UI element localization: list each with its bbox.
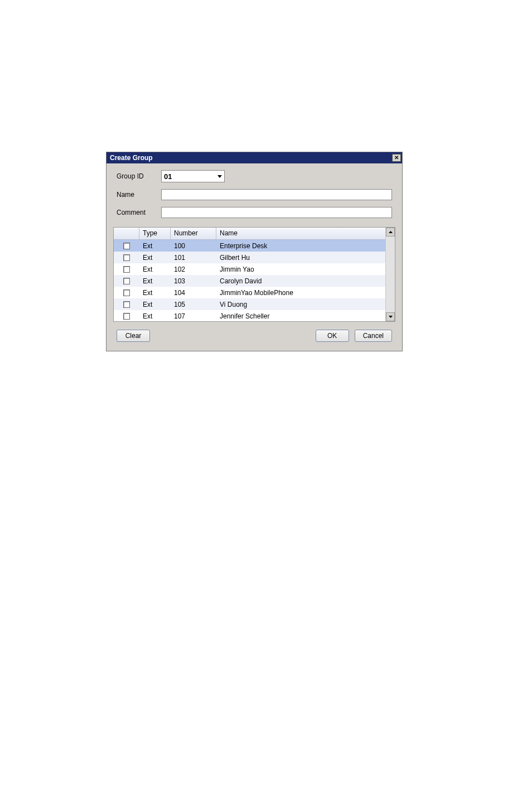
row-type: Ext: [139, 254, 171, 262]
row-type: Ext: [139, 277, 171, 285]
scroll-track[interactable]: [386, 236, 395, 312]
group-id-row: Group ID 01: [117, 170, 392, 182]
table-row[interactable]: Ext107Jennifer Scheller: [114, 310, 385, 321]
cancel-button[interactable]: Cancel: [355, 330, 392, 342]
row-type: Ext: [139, 312, 171, 320]
row-type: Ext: [139, 242, 171, 250]
row-number: 102: [171, 265, 216, 273]
row-name: Vi Duong: [216, 301, 385, 308]
clear-button[interactable]: Clear: [117, 330, 150, 342]
row-name: Jennifer Scheller: [216, 312, 385, 320]
create-group-dialog: Create Group ✕ Group ID 01 Name Comment: [106, 152, 403, 351]
row-check-cell: [114, 243, 139, 249]
dialog-title: Create Group: [110, 152, 153, 163]
row-check-cell: [114, 278, 139, 284]
row-name: Gilbert Hu: [216, 254, 385, 262]
name-row: Name: [117, 189, 392, 200]
group-id-label: Group ID: [117, 172, 161, 180]
table-row[interactable]: Ext102Jimmin Yao: [114, 263, 385, 275]
ok-button[interactable]: OK: [316, 330, 349, 342]
row-name: Carolyn David: [216, 277, 385, 285]
row-checkbox[interactable]: [123, 254, 130, 261]
row-check-cell: [114, 254, 139, 261]
table-row[interactable]: Ext104JimminYao MobilePhone: [114, 287, 385, 298]
group-id-dropdown[interactable]: 01: [161, 170, 225, 182]
row-check-cell: [114, 301, 139, 308]
name-input[interactable]: [161, 189, 392, 200]
row-name: Jimmin Yao: [216, 265, 385, 273]
row-checkbox[interactable]: [123, 266, 130, 273]
close-icon: ✕: [394, 154, 399, 161]
row-type: Ext: [139, 301, 171, 308]
header-number[interactable]: Number: [171, 228, 216, 239]
scroll-up-button[interactable]: [386, 228, 395, 236]
row-number: 107: [171, 312, 216, 320]
table-header: Type Number Name: [114, 228, 385, 240]
group-id-value: 01: [162, 172, 215, 181]
table-row[interactable]: Ext100Enterprise Desk: [114, 240, 385, 252]
header-check: [114, 228, 139, 239]
close-button[interactable]: ✕: [392, 154, 401, 162]
table-body: Ext100Enterprise DeskExt101Gilbert HuExt…: [114, 240, 385, 321]
table-main: Type Number Name Ext100Enterprise DeskEx…: [114, 228, 385, 321]
row-type: Ext: [139, 289, 171, 297]
name-label: Name: [117, 191, 161, 199]
extension-table: Type Number Name Ext100Enterprise DeskEx…: [113, 227, 395, 322]
row-checkbox[interactable]: [123, 301, 130, 308]
comment-label: Comment: [117, 209, 161, 216]
row-checkbox[interactable]: [123, 313, 130, 320]
header-name[interactable]: Name: [216, 228, 385, 239]
table-row[interactable]: Ext103Carolyn David: [114, 275, 385, 287]
row-check-cell: [114, 313, 139, 320]
row-checkbox[interactable]: [123, 243, 130, 249]
row-name: Enterprise Desk: [216, 242, 385, 250]
table-row[interactable]: Ext105Vi Duong: [114, 298, 385, 310]
row-number: 100: [171, 242, 216, 250]
table-row[interactable]: Ext101Gilbert Hu: [114, 252, 385, 263]
row-name: JimminYao MobilePhone: [216, 289, 385, 297]
form-area: Group ID 01 Name Comment: [107, 163, 402, 227]
vertical-scrollbar[interactable]: [385, 228, 395, 321]
chevron-down-icon[interactable]: [215, 171, 224, 182]
row-check-cell: [114, 289, 139, 296]
titlebar: Create Group ✕: [107, 152, 402, 163]
scroll-down-button[interactable]: [386, 312, 395, 321]
row-type: Ext: [139, 265, 171, 273]
row-checkbox[interactable]: [123, 278, 130, 284]
button-row: Clear OK Cancel: [107, 322, 402, 351]
header-type[interactable]: Type: [139, 228, 171, 239]
row-number: 101: [171, 254, 216, 262]
comment-input[interactable]: [161, 207, 392, 218]
row-number: 103: [171, 277, 216, 285]
comment-row: Comment: [117, 207, 392, 218]
row-number: 105: [171, 301, 216, 308]
row-check-cell: [114, 266, 139, 273]
row-checkbox[interactable]: [123, 289, 130, 296]
row-number: 104: [171, 289, 216, 297]
